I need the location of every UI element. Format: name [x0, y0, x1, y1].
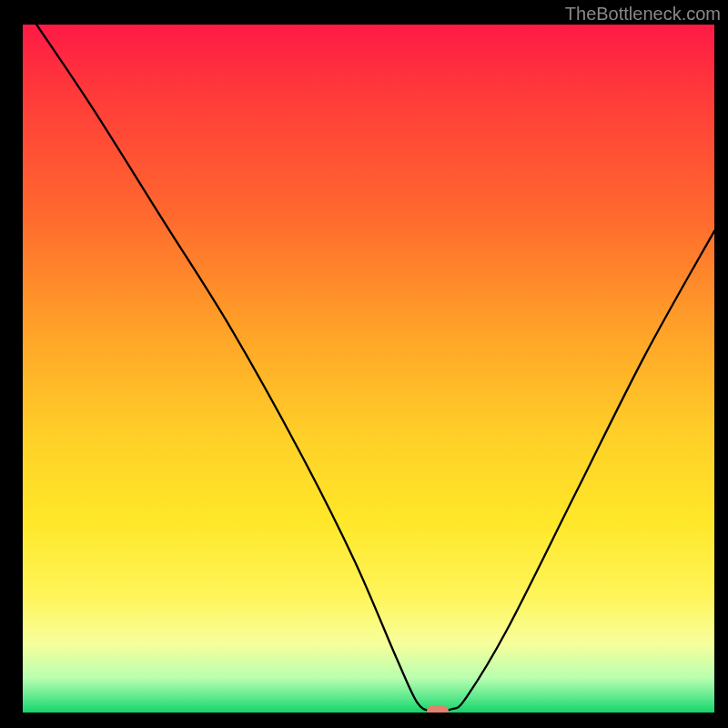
optimal-point-marker [427, 706, 449, 713]
chart-frame: TheBottleneck.com [0, 0, 728, 728]
watermark-text: TheBottleneck.com [565, 4, 721, 25]
bottleneck-curve-path [36, 25, 714, 712]
plot-area [23, 25, 714, 713]
bottleneck-curve-svg [23, 25, 714, 713]
